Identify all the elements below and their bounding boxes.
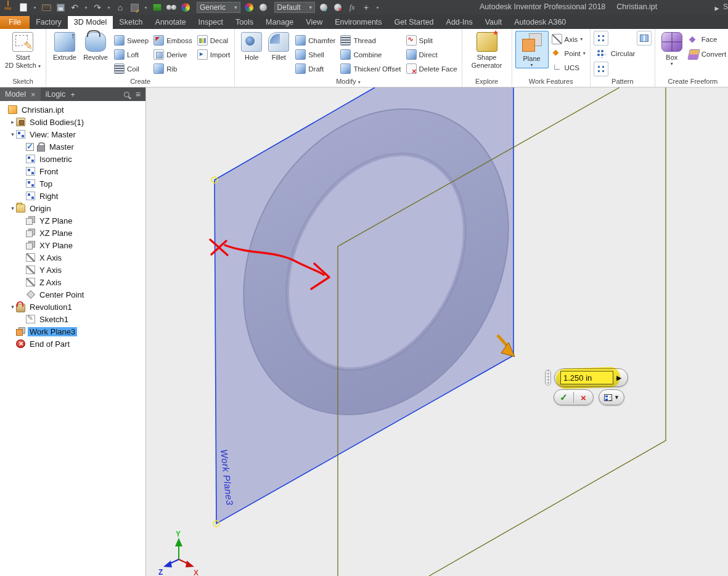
tree-item[interactable]: Sketch1 (1, 313, 145, 325)
tree-item[interactable]: Top (1, 177, 145, 190)
ribbon-tab[interactable]: Autodesk A360 (508, 16, 572, 29)
modify-small-button[interactable]: Direct (405, 49, 459, 60)
modify-small-button[interactable]: Combine (339, 49, 402, 60)
create-small-button[interactable]: Derive (152, 49, 194, 60)
ribbon-tab[interactable]: Environments (329, 16, 388, 29)
explore-panel-label[interactable]: Explore (462, 76, 512, 87)
create-big-button[interactable]: Revolve (80, 31, 111, 62)
freeform-button[interactable]: Face (687, 34, 727, 46)
modify-big-button[interactable]: Fillet (265, 31, 292, 62)
create-small-button[interactable]: Loft (113, 49, 150, 60)
options-list-icon[interactable] (604, 394, 612, 401)
menu-icon[interactable]: ≡ (136, 89, 141, 99)
work-features-panel-label[interactable]: Work Features (512, 76, 590, 87)
create-small-button[interactable]: Import (196, 49, 232, 60)
ribbon-tab[interactable]: Sketch (113, 16, 149, 29)
play-arrow-icon[interactable]: ▶ (616, 374, 621, 382)
undo-caret-icon[interactable]: ▾ (83, 2, 89, 13)
circular-pattern-icon[interactable] (594, 46, 608, 61)
home-icon[interactable]: ⌂ (115, 2, 126, 13)
circular-pattern-label[interactable]: Circular (611, 50, 636, 57)
modify-small-button[interactable]: Split (405, 34, 459, 46)
appearance-ball-icon[interactable] (258, 2, 269, 13)
tree-item[interactable]: Z Axis (1, 276, 145, 288)
tree-item[interactable]: Front (1, 165, 145, 177)
ribbon-tab[interactable]: File (0, 16, 30, 29)
tree-item[interactable]: Master (1, 140, 145, 153)
ribbon-tab[interactable]: Annotate (149, 16, 192, 29)
ribbon-tab[interactable]: Factory (30, 16, 68, 29)
ribbon-tab[interactable]: Tools (229, 16, 260, 29)
sketch-panel-label[interactable]: Sketch (0, 76, 46, 87)
tree-item[interactable]: Work Plane3 (1, 325, 145, 338)
adjust-appearance-icon[interactable] (318, 2, 329, 13)
work-feature-button[interactable]: Axis ▾ (550, 33, 587, 45)
plus-icon[interactable]: + (361, 2, 372, 13)
save-icon[interactable] (55, 2, 66, 13)
freeform-box-button[interactable]: Box ▾ (658, 31, 685, 66)
ok-button[interactable]: ✓ (554, 392, 573, 403)
tree-expand-icon[interactable] (9, 131, 16, 137)
parameters-fx-icon[interactable]: fx (346, 2, 358, 13)
modify-big-button[interactable]: Hole (238, 31, 265, 62)
tutorial-book-icon[interactable] (152, 2, 163, 13)
cancel-button[interactable]: × (574, 392, 593, 403)
tree-item[interactable]: X Axis (1, 251, 145, 264)
render-globe-icon[interactable] (180, 2, 191, 13)
tree-item[interactable]: Center Point (1, 288, 145, 301)
plane-button[interactable]: Plane ▾ (518, 32, 546, 67)
appearance-select[interactable]: Default▾ (274, 2, 316, 13)
ribbon-tab[interactable]: Vault (479, 16, 509, 29)
ribbon-tab[interactable]: Inspect (192, 16, 229, 29)
work-plane-face[interactable] (215, 87, 513, 524)
tree-item[interactable]: View: Master (1, 128, 145, 140)
clear-appearance-icon[interactable] (332, 2, 343, 13)
modify-small-button[interactable]: Thicken/ Offset (339, 63, 402, 75)
tree-item[interactable]: End of Part (1, 338, 145, 350)
tree-expand-icon[interactable] (9, 304, 16, 310)
new-file-icon[interactable] (18, 2, 29, 13)
pattern-panel-label[interactable]: Pattern (591, 76, 655, 87)
work-feature-button[interactable]: UCS ▾ (550, 62, 587, 73)
create-small-button[interactable]: Emboss (152, 34, 194, 46)
modify-small-button[interactable]: Thread (339, 34, 402, 46)
modify-small-button[interactable]: Shell (294, 49, 337, 60)
tree-item[interactable]: XZ Plane (1, 227, 145, 239)
modify-small-button[interactable]: Delete Face (405, 63, 459, 75)
redo-caret-icon[interactable]: ▾ (106, 2, 112, 13)
mirror-button[interactable] (637, 31, 652, 46)
create-small-button[interactable]: Sweep (113, 34, 150, 46)
chevron-down-icon[interactable]: ▼ (614, 394, 620, 400)
modify-panel-label[interactable]: Modify ▾ (235, 76, 461, 87)
freeform-button[interactable]: Convert (687, 49, 727, 60)
browser-tab-ilogic[interactable]: iLogic+ (41, 87, 80, 101)
material-spheres-icon[interactable] (166, 2, 177, 13)
create-panel-label[interactable]: Create (46, 76, 234, 87)
tree-item[interactable]: Revolution1 (1, 301, 145, 313)
tree-item[interactable]: XY Plane (1, 239, 145, 251)
create-small-button[interactable]: Decal (196, 34, 232, 46)
undo-icon[interactable]: ↶ (69, 2, 80, 13)
add-tab-icon[interactable]: + (70, 90, 75, 99)
create-freeform-panel-label[interactable]: Create Freeform (655, 76, 728, 87)
rectangular-pattern-button[interactable] (594, 31, 608, 46)
tree-expand-icon[interactable] (9, 205, 16, 211)
viewport-3d[interactable]: Work Plane3 Y Z (146, 87, 728, 576)
open-file-icon[interactable] (41, 2, 52, 13)
tree-item[interactable]: Christian.ipt (1, 103, 145, 116)
modify-small-button[interactable]: Draft (294, 63, 337, 75)
close-icon[interactable]: × (31, 90, 36, 99)
redo-icon[interactable]: ↷ (92, 2, 103, 13)
color-wheel-icon[interactable] (243, 2, 255, 13)
material-select[interactable]: Generic▾ (197, 2, 240, 13)
tree-item[interactable]: Solid Bodies(1) (1, 116, 145, 128)
ribbon-tab[interactable]: View (300, 16, 329, 29)
ribbon-tab[interactable]: 3D Model (68, 16, 113, 29)
visibility-checkbox[interactable] (26, 143, 34, 151)
shape-generator-button[interactable]: ShapeGenerator (465, 31, 509, 69)
create-small-button[interactable]: Coil (113, 63, 150, 75)
update-caret-icon[interactable]: ▾ (143, 2, 149, 13)
browser-tab-model[interactable]: Model× (0, 87, 41, 101)
tree-item[interactable]: Origin (1, 202, 145, 214)
sketch-driven-pattern-button[interactable] (594, 62, 608, 76)
